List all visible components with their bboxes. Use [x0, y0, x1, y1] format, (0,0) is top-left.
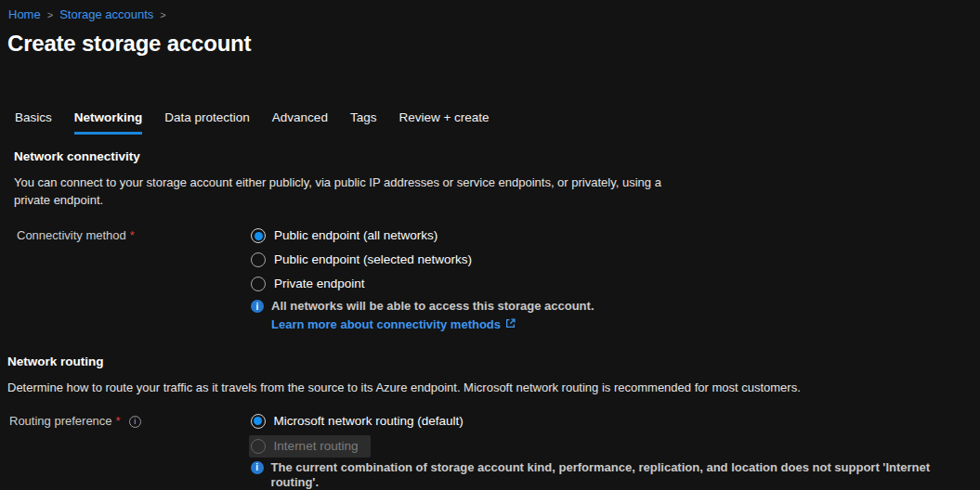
network-routing-description: Determine how to route your traffic as i… [7, 379, 980, 396]
tab-networking[interactable]: Networking [74, 110, 143, 135]
radio-selected-icon [251, 228, 266, 243]
radio-public-endpoint-all-networks[interactable]: Public endpoint (all networks) [251, 224, 595, 248]
external-link-icon [505, 317, 516, 331]
breadcrumb-separator-icon: > [47, 9, 53, 20]
connectivity-method-label: Connectivity method * [14, 224, 251, 332]
routing-preference-label-text: Routing preference [9, 414, 112, 428]
radio-internet-routing-disabled: Internet routing [249, 435, 372, 458]
radio-label: Public endpoint (selected networks) [274, 251, 472, 268]
required-asterisk: * [116, 414, 121, 428]
radio-public-endpoint-selected-networks[interactable]: Public endpoint (selected networks) [251, 248, 595, 272]
radio-label: Microsoft network routing (default) [274, 413, 464, 430]
info-icon: i [251, 461, 264, 474]
radio-microsoft-network-routing[interactable]: Microsoft network routing (default) [251, 409, 980, 433]
connectivity-method-row: Connectivity method * Public endpoint (a… [14, 224, 980, 332]
breadcrumb: Home>Storage accounts> [0, 0, 980, 22]
tab-bar: Basics Networking Data protection Advanc… [15, 110, 980, 135]
learn-more-connectivity-link[interactable]: Learn more about connectivity methods [271, 316, 516, 331]
routing-preference-control: Microsoft network routing (default) Inte… [251, 409, 980, 490]
tab-tags[interactable]: Tags [350, 110, 377, 135]
connectivity-method-label-text: Connectivity method [17, 228, 126, 242]
section-network-routing: Network routing Determine how to route y… [0, 355, 980, 490]
learn-more-link-text: Learn more about connectivity methods [271, 317, 501, 331]
required-asterisk: * [130, 228, 135, 242]
connectivity-method-control: Public endpoint (all networks) Public en… [251, 224, 595, 332]
breadcrumb-link-home[interactable]: Home [8, 7, 41, 21]
network-routing-heading: Network routing [7, 355, 980, 369]
network-connectivity-description: You can connect to your storage account … [14, 174, 666, 209]
info-icon: i [251, 300, 264, 313]
radio-label: Private endpoint [274, 276, 365, 292]
connectivity-info-message: i All networks will be able to access th… [251, 299, 595, 314]
connectivity-info-text: All networks will be able to access this… [271, 299, 595, 314]
radio-disabled-icon [251, 439, 266, 454]
routing-info-text: The current combination of storage accou… [271, 460, 980, 490]
routing-preference-tooltip-icon[interactable]: i [129, 416, 141, 428]
connectivity-method-radio-group: Public endpoint (all networks) Public en… [251, 224, 595, 296]
radio-unselected-icon [251, 277, 266, 291]
routing-preference-label: Routing preference * i [7, 409, 251, 490]
breadcrumb-link-storage-accounts[interactable]: Storage accounts [59, 7, 153, 21]
routing-preference-radio-group: Microsoft network routing (default) Inte… [251, 409, 980, 458]
radio-private-endpoint[interactable]: Private endpoint [251, 272, 595, 296]
radio-label: Internet routing [274, 438, 359, 455]
tab-review-create[interactable]: Review + create [399, 110, 489, 135]
routing-info-message: i The current combination of storage acc… [251, 460, 980, 490]
radio-label: Public endpoint (all networks) [274, 227, 438, 244]
page-title: Create storage account [7, 31, 980, 57]
tab-data-protection[interactable]: Data protection [164, 110, 250, 135]
network-connectivity-heading: Network connectivity [14, 149, 980, 164]
tab-basics[interactable]: Basics [15, 110, 52, 135]
tab-advanced[interactable]: Advanced [272, 110, 328, 135]
section-network-connectivity: Network connectivity You can connect to … [0, 149, 980, 332]
breadcrumb-separator-icon: > [160, 9, 165, 20]
radio-selected-icon [251, 414, 266, 429]
routing-preference-row: Routing preference * i Microsoft network… [7, 409, 980, 490]
radio-unselected-icon [251, 252, 266, 267]
